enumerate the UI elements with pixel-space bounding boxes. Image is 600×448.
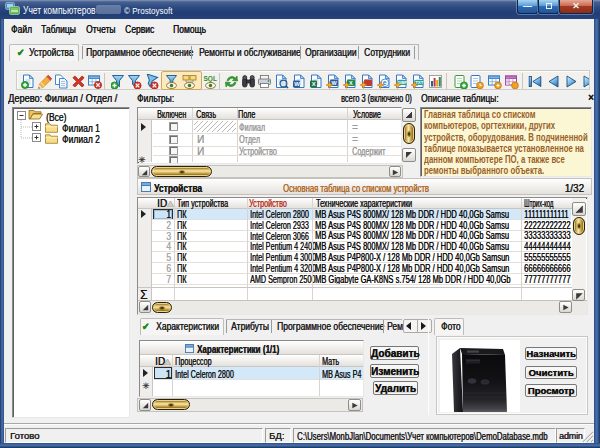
svg-text:W: W	[294, 81, 300, 87]
svg-text:SQL: SQL	[203, 75, 216, 83]
svg-text:X: X	[312, 81, 316, 87]
